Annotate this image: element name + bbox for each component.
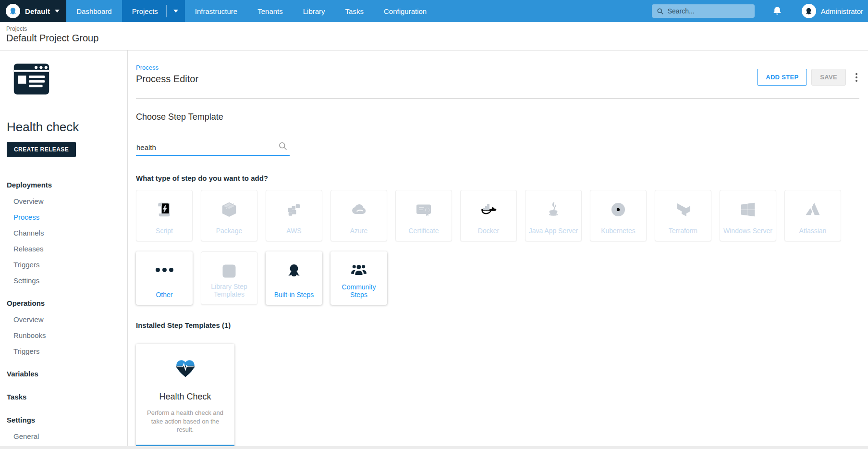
check-square-icon bbox=[201, 262, 257, 280]
step-type-row-1: Script Package AWS Azure Certificate bbox=[136, 190, 859, 241]
project-name: Health check bbox=[7, 120, 127, 135]
atlassian-icon bbox=[785, 201, 841, 218]
create-release-button[interactable]: CREATE RELEASE bbox=[7, 142, 76, 157]
chevron-down-icon bbox=[173, 10, 178, 12]
sidebar-item-settings[interactable]: Settings bbox=[7, 273, 127, 288]
script-icon bbox=[136, 201, 192, 218]
divider bbox=[136, 98, 859, 99]
step-type-terraform: Terraform bbox=[655, 190, 711, 241]
step-type-kubernetes: Kubernetes bbox=[590, 190, 647, 241]
space-name: Default bbox=[25, 7, 50, 15]
step-type-azure: Azure bbox=[330, 190, 387, 241]
nav-item-tenants[interactable]: Tenants bbox=[247, 0, 293, 22]
sidebar-item-tasks[interactable]: Tasks bbox=[7, 388, 127, 405]
top-navbar: Default Dashboard Projects Infrastructur… bbox=[0, 0, 868, 22]
sidebar-item-ops-overview[interactable]: Overview bbox=[7, 312, 127, 327]
step-type-java: Java App Server bbox=[525, 190, 582, 241]
sidebar-section-settings[interactable]: Settings bbox=[7, 412, 127, 428]
aws-icon bbox=[266, 201, 322, 218]
editor-title: Process Editor bbox=[136, 74, 198, 85]
azure-cloud-icon bbox=[331, 201, 387, 218]
navbar-right: Administrator bbox=[652, 0, 868, 22]
step-type-community[interactable]: Community Steps bbox=[330, 251, 387, 305]
global-search-input[interactable] bbox=[668, 7, 750, 15]
certificate-icon bbox=[396, 201, 452, 218]
overflow-menu-icon[interactable] bbox=[854, 71, 859, 84]
save-button[interactable]: SAVE bbox=[811, 69, 846, 86]
nav-item-library[interactable]: Library bbox=[293, 0, 335, 22]
step-type-question: What type of step do you want to add? bbox=[136, 174, 859, 182]
step-type-library-templates: Library Step Templates bbox=[201, 251, 257, 305]
octopus-icon bbox=[266, 262, 322, 279]
breadcrumb-bar: Projects Default Project Group bbox=[0, 22, 868, 50]
docker-icon bbox=[461, 201, 516, 218]
project-sidebar: Health check CREATE RELEASE Deployments … bbox=[0, 50, 128, 446]
sidebar-item-channels[interactable]: Channels bbox=[7, 225, 127, 241]
projects-dropdown-toggle[interactable] bbox=[167, 0, 185, 22]
template-author-bar: by Octopus Deploy bbox=[136, 445, 234, 446]
template-description: Perform a health check and take action b… bbox=[144, 409, 227, 434]
step-type-windows: Windows Server bbox=[720, 190, 776, 241]
sidebar-item-process[interactable]: Process bbox=[7, 209, 127, 225]
global-search[interactable] bbox=[652, 4, 755, 18]
step-type-row-2: Other Library Step Templates Built-in St… bbox=[136, 251, 859, 305]
project-logo-icon bbox=[13, 63, 127, 97]
sidebar-item-ops-triggers[interactable]: Triggers bbox=[7, 343, 127, 359]
terraform-icon bbox=[655, 201, 711, 218]
process-breadcrumb-link[interactable]: Process bbox=[136, 64, 198, 71]
sidebar-nav: Deployments Overview Process Channels Re… bbox=[7, 176, 127, 446]
nav-item-tasks[interactable]: Tasks bbox=[335, 0, 374, 22]
notifications-bell-icon[interactable] bbox=[772, 5, 782, 17]
package-icon bbox=[201, 201, 257, 218]
search-icon[interactable] bbox=[278, 141, 288, 151]
main-nav: Dashboard Projects Infrastructure Tenant… bbox=[66, 0, 437, 22]
nav-item-dashboard[interactable]: Dashboard bbox=[66, 0, 122, 22]
octopus-logo-icon bbox=[6, 4, 20, 18]
sidebar-item-general[interactable]: General bbox=[7, 428, 127, 444]
user-menu[interactable]: Administrator bbox=[802, 4, 863, 18]
step-type-docker: Docker bbox=[460, 190, 517, 241]
nav-item-projects[interactable]: Projects bbox=[122, 0, 185, 22]
sidebar-section-operations[interactable]: Operations bbox=[7, 295, 127, 312]
choose-step-template-title: Choose Step Template bbox=[136, 112, 859, 122]
step-type-certificate: Certificate bbox=[395, 190, 452, 241]
page-bottom-edge bbox=[0, 446, 868, 449]
step-type-atlassian: Atlassian bbox=[784, 190, 841, 241]
user-name: Administrator bbox=[821, 7, 863, 15]
nav-item-infrastructure[interactable]: Infrastructure bbox=[185, 0, 247, 22]
page-title: Default Project Group bbox=[6, 33, 868, 44]
sidebar-section-deployments[interactable]: Deployments bbox=[7, 176, 127, 193]
add-step-button[interactable]: ADD STEP bbox=[757, 69, 807, 86]
editor-header: Process Process Editor ADD STEP SAVE bbox=[136, 64, 859, 86]
step-type-builtin[interactable]: Built-in Steps bbox=[266, 251, 322, 305]
main-content: Process Process Editor ADD STEP SAVE Cho… bbox=[128, 50, 868, 446]
kubernetes-icon bbox=[590, 201, 646, 218]
step-template-search bbox=[136, 140, 290, 156]
java-icon bbox=[526, 201, 581, 218]
sidebar-item-variables[interactable]: Variables bbox=[7, 365, 127, 382]
ellipsis-icon bbox=[136, 262, 193, 272]
step-type-script: Script bbox=[136, 190, 193, 241]
sidebar-item-releases[interactable]: Releases bbox=[7, 241, 127, 257]
health-check-heart-icon bbox=[144, 358, 227, 378]
breadcrumb[interactable]: Projects bbox=[6, 25, 868, 32]
app-window: Default Dashboard Projects Infrastructur… bbox=[0, 0, 868, 446]
installed-templates-header: Installed Step Templates (1) bbox=[136, 321, 859, 329]
space-switcher[interactable]: Default bbox=[0, 0, 66, 22]
sidebar-item-overview[interactable]: Overview bbox=[7, 193, 127, 209]
step-type-package: Package bbox=[201, 190, 257, 241]
step-type-aws: AWS bbox=[266, 190, 322, 241]
user-avatar bbox=[802, 4, 816, 18]
nav-item-configuration[interactable]: Configuration bbox=[374, 0, 437, 22]
sidebar-item-version-control[interactable]: Version Control EAP bbox=[7, 444, 127, 446]
sidebar-item-runbooks[interactable]: Runbooks bbox=[7, 327, 127, 343]
template-name: Health Check bbox=[144, 392, 227, 402]
people-group-icon bbox=[330, 262, 387, 279]
sidebar-item-triggers[interactable]: Triggers bbox=[7, 257, 127, 273]
step-type-other[interactable]: Other bbox=[136, 251, 193, 305]
chevron-down-icon bbox=[55, 10, 60, 12]
search-icon bbox=[657, 8, 664, 15]
windows-icon bbox=[720, 201, 776, 218]
step-template-search-input[interactable] bbox=[136, 140, 290, 156]
health-check-template-card[interactable]: Health Check Perform a health check and … bbox=[136, 344, 234, 446]
